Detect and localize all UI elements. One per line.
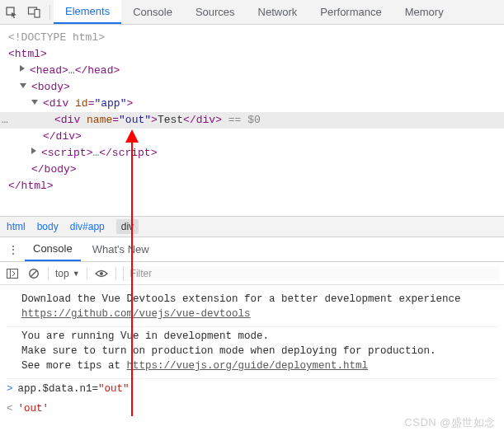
sidebar-toggle-icon[interactable] [5, 266, 20, 281]
dom-head[interactable]: <head>…</head> [8, 63, 501, 79]
tab-sources[interactable]: Sources [184, 0, 247, 24]
drawer-menu-icon[interactable]: ⋮ [5, 243, 21, 256]
collapse-icon[interactable] [20, 83, 26, 88]
console-command: app.$data.n1="out" [18, 382, 130, 396]
context-selector[interactable]: top ▼ [55, 268, 87, 279]
breadcrumb: html body div#app div [0, 216, 504, 237]
tab-memory[interactable]: Memory [393, 0, 455, 24]
svg-rect-2 [35, 9, 40, 17]
elements-dom-tree[interactable]: <!DOCTYPE html> <html> <head>…</head> <b… [0, 25, 504, 216]
svg-line-6 [31, 270, 36, 276]
svg-point-7 [100, 272, 103, 275]
dom-app-open[interactable]: <div id="app"> [8, 96, 501, 112]
dom-body-close[interactable]: </body> [8, 162, 501, 178]
inspect-icon[interactable] [0, 1, 23, 24]
expand-icon[interactable] [31, 148, 36, 154]
devtools-tabstrip: Elements Console Sources Network Perform… [0, 0, 504, 25]
drawer-tab-whatsnew[interactable]: What's New [84, 237, 158, 261]
watermark: CSDN @盛世如念 [404, 415, 496, 430]
tab-network[interactable]: Network [247, 0, 309, 24]
tab-elements[interactable]: Elements [54, 0, 121, 24]
dom-selected-node[interactable]: <div name="out">Test</div> == $0 [0, 112, 504, 129]
toolbar-divider [49, 5, 50, 20]
dom-doctype[interactable]: <!DOCTYPE html> [8, 30, 501, 46]
context-label: top [55, 268, 69, 279]
console-command-row[interactable]: > app.$data.n1="out" [7, 379, 497, 399]
console-text: Download the Vue Devtools extension for … [21, 293, 461, 305]
console-link[interactable]: https://github.com/vuejs/vue-devtools [21, 308, 251, 320]
result-icon: < [7, 401, 13, 416]
console-link[interactable]: https://vuejs.org/guide/deployment.html [127, 360, 369, 372]
breadcrumb-body[interactable]: body [37, 221, 59, 232]
console-result: 'out' [18, 401, 49, 416]
chevron-down-icon: ▼ [73, 269, 80, 278]
collapse-icon[interactable] [31, 100, 38, 105]
dom-app-close[interactable]: </div> [8, 129, 501, 145]
toolbar-divider [48, 267, 49, 280]
toolbar-divider [115, 267, 116, 280]
tab-performance[interactable]: Performance [309, 0, 393, 24]
console-text: See more tips at [21, 360, 127, 372]
prompt-icon: > [7, 382, 13, 396]
breadcrumb-html[interactable]: html [7, 221, 26, 232]
tab-console[interactable]: Console [121, 0, 184, 24]
console-toolbar: top ▼ [0, 262, 504, 285]
console-text: Make sure to turn on production mode whe… [21, 345, 436, 357]
breadcrumb-div[interactable]: div [116, 219, 139, 234]
console-filter-input[interactable] [123, 266, 499, 281]
dom-html-close[interactable]: </html> [8, 178, 501, 194]
panel-tabs: Elements Console Sources Network Perform… [54, 0, 455, 24]
dom-html-open[interactable]: <html> [8, 46, 501, 63]
expand-icon[interactable] [20, 65, 25, 72]
dom-body-open[interactable]: <body> [8, 79, 501, 96]
svg-rect-3 [7, 269, 18, 278]
console-output[interactable]: Download the Vue Devtools extension for … [0, 285, 504, 419]
clear-console-icon[interactable] [26, 266, 41, 281]
console-message[interactable]: You are running Vue in development mode.… [7, 327, 497, 379]
dom-script[interactable]: <script>…</script> [8, 145, 501, 162]
breadcrumb-divapp[interactable]: div#app [70, 221, 105, 232]
drawer-tab-console[interactable]: Console [25, 237, 81, 261]
console-message[interactable]: Download the Vue Devtools extension for … [7, 290, 497, 327]
live-expression-icon[interactable] [94, 266, 109, 281]
console-text: You are running Vue in development mode. [21, 330, 269, 342]
device-toolbar-icon[interactable] [23, 1, 46, 24]
drawer-tabs: ⋮ Console What's New [0, 237, 504, 262]
